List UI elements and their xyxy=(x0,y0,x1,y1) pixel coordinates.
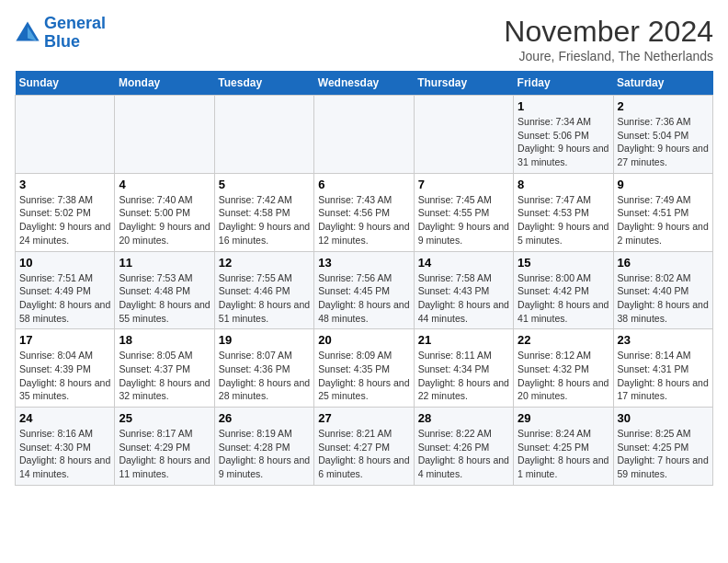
calendar-cell: 30Sunrise: 8:25 AM Sunset: 4:25 PM Dayli… xyxy=(613,408,712,486)
title-block: November 2024 Joure, Friesland, The Neth… xyxy=(504,15,713,63)
calendar-cell: 11Sunrise: 7:53 AM Sunset: 4:48 PM Dayli… xyxy=(115,251,214,329)
day-info: Sunrise: 8:21 AM Sunset: 4:27 PM Dayligh… xyxy=(318,427,409,481)
calendar-cell: 9Sunrise: 7:49 AM Sunset: 4:51 PM Daylig… xyxy=(613,173,712,251)
calendar-header-thursday: Thursday xyxy=(414,71,513,96)
day-number: 12 xyxy=(219,256,310,270)
day-info: Sunrise: 8:25 AM Sunset: 4:25 PM Dayligh… xyxy=(618,427,709,481)
calendar-cell: 18Sunrise: 8:05 AM Sunset: 4:37 PM Dayli… xyxy=(115,329,214,408)
day-number: 2 xyxy=(618,99,709,113)
day-info: Sunrise: 8:09 AM Sunset: 4:35 PM Dayligh… xyxy=(318,349,409,403)
day-number: 30 xyxy=(618,411,709,425)
calendar-cell: 12Sunrise: 7:55 AM Sunset: 4:46 PM Dayli… xyxy=(214,251,313,329)
calendar-table: SundayMondayTuesdayWednesdayThursdayFrid… xyxy=(15,71,713,486)
day-number: 13 xyxy=(318,256,409,270)
calendar-header-saturday: Saturday xyxy=(613,71,712,96)
day-info: Sunrise: 7:47 AM Sunset: 4:53 PM Dayligh… xyxy=(518,193,609,247)
calendar-cell: 28Sunrise: 8:22 AM Sunset: 4:26 PM Dayli… xyxy=(414,408,513,486)
day-info: Sunrise: 7:51 AM Sunset: 4:49 PM Dayligh… xyxy=(19,271,110,326)
day-info: Sunrise: 7:53 AM Sunset: 4:48 PM Dayligh… xyxy=(119,271,210,326)
calendar-body: 1Sunrise: 7:34 AM Sunset: 5:06 PM Daylig… xyxy=(16,96,713,486)
day-number: 10 xyxy=(19,256,110,270)
day-info: Sunrise: 8:19 AM Sunset: 4:28 PM Dayligh… xyxy=(219,427,310,481)
calendar-week-row: 24Sunrise: 8:16 AM Sunset: 4:30 PM Dayli… xyxy=(16,408,713,486)
calendar-week-row: 1Sunrise: 7:34 AM Sunset: 5:06 PM Daylig… xyxy=(16,96,713,174)
calendar-week-row: 3Sunrise: 7:38 AM Sunset: 5:02 PM Daylig… xyxy=(16,173,713,251)
day-number: 17 xyxy=(19,333,110,347)
calendar-cell xyxy=(115,96,214,174)
day-number: 24 xyxy=(19,411,110,425)
calendar-cell: 13Sunrise: 7:56 AM Sunset: 4:45 PM Dayli… xyxy=(314,251,414,329)
day-info: Sunrise: 8:12 AM Sunset: 4:32 PM Dayligh… xyxy=(518,349,609,403)
logo-text: General Blue xyxy=(44,15,106,52)
calendar-cell: 29Sunrise: 8:24 AM Sunset: 4:25 PM Dayli… xyxy=(514,408,613,486)
calendar-cell xyxy=(214,96,313,174)
calendar-cell: 1Sunrise: 7:34 AM Sunset: 5:06 PM Daylig… xyxy=(514,96,613,174)
day-number: 29 xyxy=(518,411,609,425)
day-info: Sunrise: 7:55 AM Sunset: 4:46 PM Dayligh… xyxy=(219,271,310,326)
day-info: Sunrise: 8:17 AM Sunset: 4:29 PM Dayligh… xyxy=(119,427,210,481)
day-info: Sunrise: 8:04 AM Sunset: 4:39 PM Dayligh… xyxy=(19,349,110,403)
day-info: Sunrise: 8:14 AM Sunset: 4:31 PM Dayligh… xyxy=(618,349,709,403)
calendar-cell: 27Sunrise: 8:21 AM Sunset: 4:27 PM Dayli… xyxy=(314,408,414,486)
day-info: Sunrise: 7:34 AM Sunset: 5:06 PM Dayligh… xyxy=(518,115,609,169)
calendar-cell: 19Sunrise: 8:07 AM Sunset: 4:36 PM Dayli… xyxy=(214,329,313,408)
day-number: 16 xyxy=(618,256,709,270)
calendar-cell: 21Sunrise: 8:11 AM Sunset: 4:34 PM Dayli… xyxy=(414,329,513,408)
calendar-cell: 8Sunrise: 7:47 AM Sunset: 4:53 PM Daylig… xyxy=(514,173,613,251)
day-info: Sunrise: 7:40 AM Sunset: 5:00 PM Dayligh… xyxy=(119,193,210,247)
day-info: Sunrise: 7:42 AM Sunset: 4:58 PM Dayligh… xyxy=(219,193,310,247)
calendar-cell xyxy=(414,96,513,174)
calendar-cell: 7Sunrise: 7:45 AM Sunset: 4:55 PM Daylig… xyxy=(414,173,513,251)
day-number: 15 xyxy=(518,256,609,270)
day-number: 26 xyxy=(219,411,310,425)
day-number: 8 xyxy=(518,178,609,191)
calendar-cell: 15Sunrise: 8:00 AM Sunset: 4:42 PM Dayli… xyxy=(514,251,613,329)
day-info: Sunrise: 7:45 AM Sunset: 4:55 PM Dayligh… xyxy=(418,193,509,247)
day-info: Sunrise: 7:36 AM Sunset: 5:04 PM Dayligh… xyxy=(618,115,709,169)
page-header: General Blue November 2024 Joure, Friesl… xyxy=(15,15,713,63)
day-info: Sunrise: 7:49 AM Sunset: 4:51 PM Dayligh… xyxy=(618,193,709,247)
day-info: Sunrise: 8:05 AM Sunset: 4:37 PM Dayligh… xyxy=(119,349,210,403)
day-number: 6 xyxy=(318,178,409,191)
calendar-cell: 20Sunrise: 8:09 AM Sunset: 4:35 PM Dayli… xyxy=(314,329,414,408)
calendar-cell: 14Sunrise: 7:58 AM Sunset: 4:43 PM Dayli… xyxy=(414,251,513,329)
calendar-header-wednesday: Wednesday xyxy=(314,71,414,96)
calendar-week-row: 10Sunrise: 7:51 AM Sunset: 4:49 PM Dayli… xyxy=(16,251,713,329)
day-number: 14 xyxy=(418,256,509,270)
day-number: 5 xyxy=(219,178,310,191)
calendar-header-monday: Monday xyxy=(115,71,214,96)
day-number: 25 xyxy=(119,411,210,425)
day-info: Sunrise: 7:43 AM Sunset: 4:56 PM Dayligh… xyxy=(318,193,409,247)
day-number: 23 xyxy=(618,333,709,347)
calendar-week-row: 17Sunrise: 8:04 AM Sunset: 4:39 PM Dayli… xyxy=(16,329,713,408)
day-number: 7 xyxy=(418,178,509,191)
day-info: Sunrise: 8:24 AM Sunset: 4:25 PM Dayligh… xyxy=(518,427,609,481)
calendar-cell xyxy=(314,96,414,174)
calendar-cell: 10Sunrise: 7:51 AM Sunset: 4:49 PM Dayli… xyxy=(16,251,115,329)
calendar-cell: 4Sunrise: 7:40 AM Sunset: 5:00 PM Daylig… xyxy=(115,173,214,251)
calendar-cell: 3Sunrise: 7:38 AM Sunset: 5:02 PM Daylig… xyxy=(16,173,115,251)
logo: General Blue xyxy=(15,15,106,52)
day-info: Sunrise: 8:16 AM Sunset: 4:30 PM Dayligh… xyxy=(19,427,110,481)
calendar-cell: 23Sunrise: 8:14 AM Sunset: 4:31 PM Dayli… xyxy=(613,329,712,408)
calendar-cell: 26Sunrise: 8:19 AM Sunset: 4:28 PM Dayli… xyxy=(214,408,313,486)
day-number: 20 xyxy=(318,333,409,347)
day-number: 1 xyxy=(518,99,609,113)
day-number: 22 xyxy=(518,333,609,347)
day-info: Sunrise: 7:38 AM Sunset: 5:02 PM Dayligh… xyxy=(19,193,110,247)
day-info: Sunrise: 8:07 AM Sunset: 4:36 PM Dayligh… xyxy=(219,349,310,403)
calendar-cell: 5Sunrise: 7:42 AM Sunset: 4:58 PM Daylig… xyxy=(214,173,313,251)
location: Joure, Friesland, The Netherlands xyxy=(504,49,713,63)
day-number: 28 xyxy=(418,411,509,425)
day-info: Sunrise: 8:02 AM Sunset: 4:40 PM Dayligh… xyxy=(618,271,709,326)
day-number: 21 xyxy=(418,333,509,347)
calendar-cell: 16Sunrise: 8:02 AM Sunset: 4:40 PM Dayli… xyxy=(613,251,712,329)
month-title: November 2024 xyxy=(504,15,713,49)
calendar-cell xyxy=(16,96,115,174)
calendar-cell: 17Sunrise: 8:04 AM Sunset: 4:39 PM Dayli… xyxy=(16,329,115,408)
day-number: 4 xyxy=(119,178,210,191)
calendar-cell: 25Sunrise: 8:17 AM Sunset: 4:29 PM Dayli… xyxy=(115,408,214,486)
day-number: 3 xyxy=(19,178,110,191)
day-number: 9 xyxy=(618,178,709,191)
day-info: Sunrise: 8:11 AM Sunset: 4:34 PM Dayligh… xyxy=(418,349,509,403)
